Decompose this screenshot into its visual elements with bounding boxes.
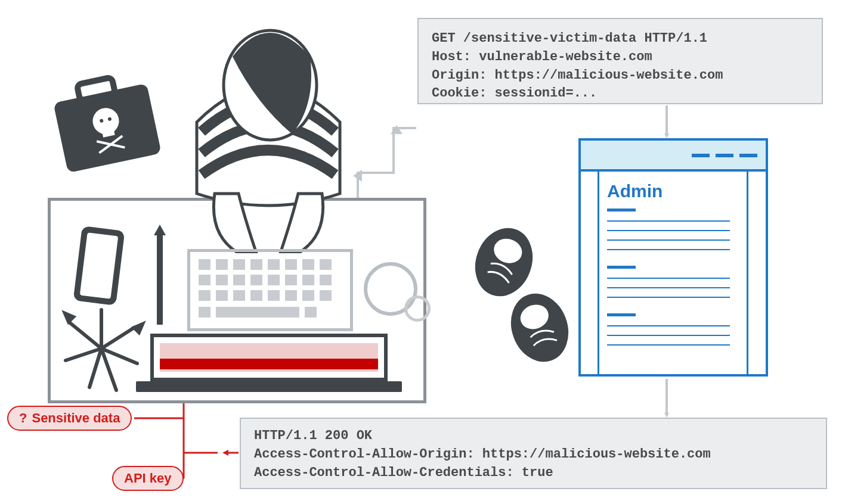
sensitive-data-label: ?Sensitive data xyxy=(7,406,132,431)
svg-point-10 xyxy=(500,284,578,371)
coffee-cup-icon xyxy=(364,262,417,316)
http-request-box: GET /sensitive-victim-data HTTP/1.1 Host… xyxy=(417,18,823,104)
api-key-label: API key xyxy=(112,466,184,491)
plant-icon xyxy=(57,304,146,393)
sneakers-icon xyxy=(462,220,581,375)
browser-content: Admin xyxy=(581,172,766,374)
api-key-text: API key xyxy=(124,471,172,486)
response-line-1: HTTP/1.1 200 OK xyxy=(254,428,372,443)
keyboard-icon xyxy=(187,249,353,331)
request-line-1: GET /sensitive-victim-data HTTP/1.1 xyxy=(432,31,707,46)
briefcase-skull-icon xyxy=(48,69,167,176)
svg-point-3 xyxy=(98,117,105,125)
question-mark-icon: ? xyxy=(19,410,27,425)
window-controls-icon xyxy=(692,154,757,157)
svg-rect-1 xyxy=(77,77,116,101)
pencil-icon xyxy=(157,235,163,325)
response-line-3: Access-Control-Allow-Credentials: true xyxy=(254,465,553,480)
browser-heading: Admin xyxy=(607,181,663,201)
response-line-2: Access-Control-Allow-Origin: https://mal… xyxy=(254,447,711,462)
browser-titlebar xyxy=(581,141,766,172)
http-response-box: HTTP/1.1 200 OK Access-Control-Allow-Ori… xyxy=(240,418,827,489)
phone-icon xyxy=(73,226,125,306)
request-line-2: Host: vulnerable-website.com xyxy=(432,49,652,64)
svg-point-4 xyxy=(106,116,113,123)
attacker-laptop-icon xyxy=(150,334,388,381)
svg-rect-5 xyxy=(103,129,113,136)
request-line-3: Origin: https://malicious-website.com xyxy=(432,68,723,83)
attacker-person-icon xyxy=(173,15,364,253)
request-line-4: Cookie: sessionid=... xyxy=(432,86,597,101)
sensitive-data-text: Sensitive data xyxy=(32,410,120,425)
admin-browser-window: Admin xyxy=(578,138,768,377)
